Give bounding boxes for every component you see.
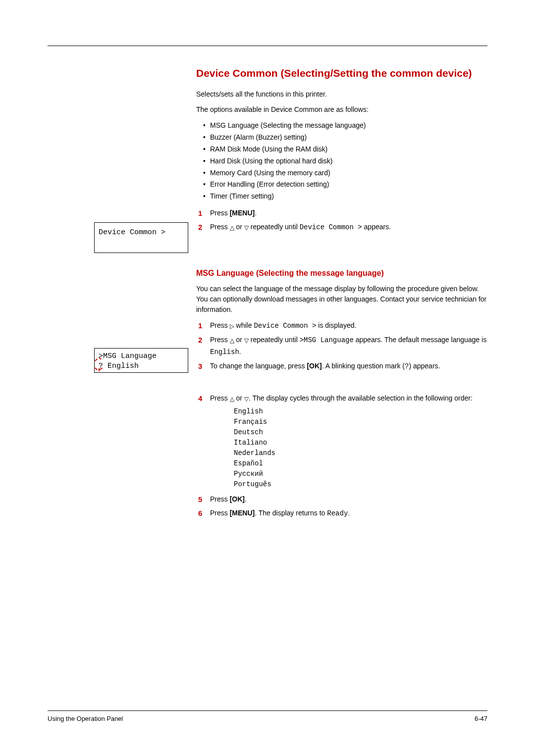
mono-text: Device Common > <box>254 322 316 330</box>
lcd-value: English <box>103 362 139 370</box>
mono-text: English <box>210 348 239 356</box>
text: Press <box>210 321 230 329</box>
step: Press or repeatedly until >MSG Language … <box>196 334 487 357</box>
text: or <box>234 223 244 231</box>
intro-text: The options available in Device Common a… <box>196 104 487 115</box>
list-item: RAM Disk Mode (Using the RAM disk) <box>196 144 487 155</box>
mono-text: Ready <box>327 509 348 517</box>
right-arrow-icon <box>230 320 234 331</box>
options-list: MSG Language (Selecting the message lang… <box>196 120 487 202</box>
list-item: Русский <box>234 469 487 479</box>
top-rule <box>48 46 487 46</box>
down-arrow-icon <box>244 222 249 233</box>
list-item: Timer (Timer setting) <box>196 191 487 202</box>
menu-key: [MENU] <box>230 209 255 217</box>
mono-text: >MSG Language <box>300 336 354 344</box>
step: Press or . The display cycles through th… <box>196 393 487 489</box>
list-item: Español <box>234 458 487 469</box>
text: Press <box>210 509 230 517</box>
up-arrow-icon <box>230 335 234 346</box>
page-number: 6-47 <box>475 715 487 722</box>
text: . A blinking question mark ( <box>322 362 405 370</box>
language-list: English Français Deutsch Italiano Nederl… <box>210 406 487 490</box>
lcd-line: Device Common > <box>99 228 184 238</box>
down-arrow-icon <box>244 393 249 404</box>
ok-key: [OK] <box>230 495 245 503</box>
text: while <box>234 321 254 329</box>
text: or <box>234 336 244 344</box>
list-item: Error Handling (Error detection setting) <box>196 179 487 191</box>
step: To change the language, press [OK]. A bl… <box>196 360 487 372</box>
text: . <box>348 509 350 517</box>
text: Press <box>210 336 230 344</box>
list-item: Hard Disk (Using the optional hard disk) <box>196 155 487 167</box>
up-arrow-icon <box>230 222 234 233</box>
ok-key: [OK] <box>307 362 321 370</box>
list-item: Français <box>234 417 487 427</box>
list-item: Buzzer (Alarm (Buzzer) setting) <box>196 132 487 144</box>
text: is displayed. <box>316 321 356 329</box>
list-item: Nederlands <box>234 448 487 458</box>
step: Press [OK]. <box>196 494 487 504</box>
text: Press <box>210 209 230 217</box>
text: repeatedly until <box>249 223 300 231</box>
lcd-device-common: Device Common > <box>94 222 188 253</box>
list-item: Italiano <box>234 438 487 448</box>
lcd-line: >MSG Language <box>99 352 184 361</box>
lcd-line: ? English <box>99 361 184 371</box>
footer-left: Using the Operation Panel <box>48 715 123 722</box>
up-arrow-icon <box>230 393 234 404</box>
menu-key: [MENU] <box>230 509 255 517</box>
subsection-heading: MSG Language (Selecting the message lang… <box>196 269 487 278</box>
list-item: Memory Card (Using the memory card) <box>196 167 487 179</box>
step: Press or repeatedly until Device Common … <box>196 221 487 233</box>
list-item: English <box>234 406 487 417</box>
page-body: Device Common > >MSG Language <box>48 66 487 522</box>
text: . <box>255 209 257 217</box>
text: To change the language, press <box>210 362 307 370</box>
lcd-msg-language: >MSG Language ? English <box>94 348 188 373</box>
text: Press <box>210 223 230 231</box>
blinking-question-mark: ? <box>99 362 103 370</box>
text: . <box>245 495 247 503</box>
text: . The display returns to <box>255 509 327 517</box>
left-column: Device Common > >MSG Language <box>48 66 186 522</box>
step: Press [MENU]. The display returns to Rea… <box>196 507 487 519</box>
list-item: MSG Language (Selecting the message lang… <box>196 120 487 132</box>
text: Press <box>210 495 230 503</box>
section-heading: Device Common (Selecting/Setting the com… <box>196 66 487 80</box>
step: Press while Device Common > is displayed… <box>196 320 487 331</box>
mono-text: Device Common > <box>300 223 362 231</box>
text: appears. The default message language is <box>354 336 486 344</box>
steps-a: Press [MENU]. Press or repeatedly until … <box>196 207 487 233</box>
steps-b: Press while Device Common > is displayed… <box>196 320 487 519</box>
list-item: Deutsch <box>234 427 487 438</box>
right-column: Device Common (Selecting/Setting the com… <box>196 66 487 522</box>
down-arrow-icon <box>244 335 249 346</box>
text: or <box>234 394 244 402</box>
text: appears. <box>362 223 391 231</box>
text: . <box>239 348 241 355</box>
step: Press [MENU]. <box>196 207 487 218</box>
sub-intro: You can select the language of the messa… <box>196 284 487 315</box>
list-item: Português <box>234 479 487 490</box>
text: ) appears. <box>409 362 440 370</box>
text: . The display cycles through the availab… <box>249 394 473 402</box>
text: Press <box>210 394 230 402</box>
text: repeatedly until <box>249 336 300 344</box>
footer: Using the Operation Panel 6-47 <box>48 710 487 722</box>
intro-text: Selects/sets all the functions in this p… <box>196 89 487 100</box>
